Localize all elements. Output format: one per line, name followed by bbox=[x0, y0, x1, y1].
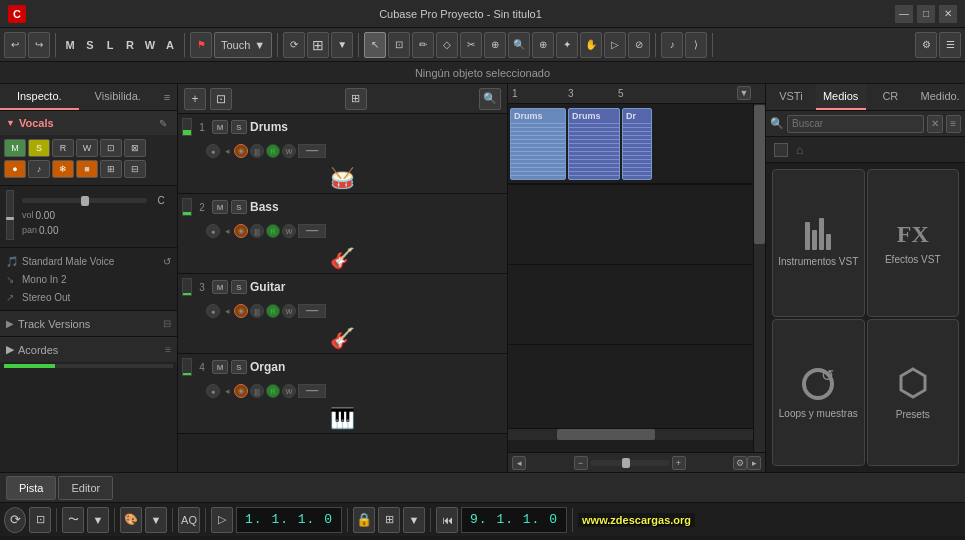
track-organ-power[interactable]: ● bbox=[206, 384, 220, 398]
mode-s-label[interactable]: S bbox=[81, 32, 99, 58]
transport-mode-button[interactable]: ⊡ bbox=[29, 507, 51, 533]
split-tool-button[interactable]: ✂ bbox=[460, 32, 482, 58]
track-bass-read[interactable]: R bbox=[266, 224, 280, 238]
track-drums-write[interactable]: W bbox=[282, 144, 296, 158]
inspector-record-btn[interactable]: ● bbox=[4, 160, 26, 178]
transport-waveform-dropdown[interactable]: ▼ bbox=[87, 507, 109, 533]
glue-tool-button[interactable]: ⊕ bbox=[484, 32, 506, 58]
right-grid-vst-instruments[interactable]: Instrumentos VST bbox=[772, 169, 865, 317]
right-grid-presets[interactable]: Presets bbox=[867, 319, 960, 467]
timeline-tool-button[interactable]: ⊘ bbox=[628, 32, 650, 58]
right-tab-cr[interactable]: CR bbox=[866, 84, 916, 110]
mode-a-label[interactable]: A bbox=[161, 32, 179, 58]
inspector-output-row[interactable]: ↗ Stereo Out bbox=[6, 288, 171, 306]
acordes-section[interactable]: ▶ Acordes ≡ bbox=[0, 336, 177, 362]
arrange-clip-drums-1[interactable]: Drums bbox=[510, 108, 566, 180]
arrange-scrollbar-vertical[interactable] bbox=[753, 104, 765, 452]
audio-button[interactable]: ♪ bbox=[661, 32, 683, 58]
track-drums-mute[interactable]: M bbox=[212, 120, 228, 134]
minimize-button[interactable]: — bbox=[895, 5, 913, 23]
inspector-write-btn[interactable]: W bbox=[76, 139, 98, 157]
range-tool-button[interactable]: ⊡ bbox=[388, 32, 410, 58]
track-organ-record[interactable]: ◉ bbox=[234, 384, 248, 398]
mode-w-label[interactable]: W bbox=[141, 32, 159, 58]
track-guitar-record[interactable]: ◉ bbox=[234, 304, 248, 318]
track-bass-nav-left[interactable]: ◂ bbox=[222, 224, 232, 238]
inspector-listen-btn[interactable]: R bbox=[52, 139, 74, 157]
track-guitar-power[interactable]: ● bbox=[206, 304, 220, 318]
track-guitar-mute[interactable]: M bbox=[212, 280, 228, 294]
track-organ-write[interactable]: W bbox=[282, 384, 296, 398]
transport-cursor-button[interactable]: ▷ bbox=[211, 507, 233, 533]
transport-color-button[interactable]: 🎨 bbox=[120, 507, 142, 533]
inspector-monitor-btn[interactable]: ♪ bbox=[28, 160, 50, 178]
track-bass-solo[interactable]: S bbox=[231, 200, 247, 214]
inspector-color-btn[interactable]: ■ bbox=[76, 160, 98, 178]
right-grid-vst-effects[interactable]: FX Efectos VST bbox=[867, 169, 960, 317]
track-drums-record[interactable]: ◉ bbox=[234, 144, 248, 158]
track-drums-nav-left[interactable]: ◂ bbox=[222, 144, 232, 158]
track-guitar-long-ctrl[interactable]: ━━━ bbox=[298, 304, 326, 318]
grid-dropdown-button[interactable]: ▼ bbox=[331, 32, 353, 58]
play-cursor-button[interactable]: ▷ bbox=[604, 32, 626, 58]
arrange-scroll-left[interactable]: ◂ bbox=[512, 456, 526, 470]
inspector-track-edit[interactable]: ✎ bbox=[155, 115, 171, 131]
arrange-content[interactable]: Drums Drums Dr bbox=[508, 104, 765, 452]
track-organ-long-ctrl[interactable]: ━━━ bbox=[298, 384, 326, 398]
track-bass-write[interactable]: W bbox=[282, 224, 296, 238]
track-drums-solo[interactable]: S bbox=[231, 120, 247, 134]
volume-fader[interactable] bbox=[6, 190, 14, 240]
add-track-button[interactable]: + bbox=[184, 88, 206, 110]
transport-tempo-button[interactable]: ▼ bbox=[403, 507, 425, 533]
undo-button[interactable]: ↩ bbox=[4, 32, 26, 58]
track-guitar-read[interactable]: R bbox=[266, 304, 280, 318]
track-bass-mute[interactable]: M bbox=[212, 200, 228, 214]
maximize-button[interactable]: □ bbox=[917, 5, 935, 23]
track-guitar-bars[interactable]: ||| bbox=[250, 304, 264, 318]
sync-button[interactable]: ⟳ bbox=[283, 32, 305, 58]
track-guitar-nav-left[interactable]: ◂ bbox=[222, 304, 232, 318]
settings-button[interactable]: ⚙ bbox=[915, 32, 937, 58]
arrange-clip-drums-2[interactable]: Drums bbox=[568, 108, 620, 180]
right-tab-vsti[interactable]: VSTi bbox=[766, 84, 816, 110]
track-drums-bars[interactable]: ||| bbox=[250, 144, 264, 158]
track-organ-bars[interactable]: ||| bbox=[250, 384, 264, 398]
track-bass-bars[interactable]: ||| bbox=[250, 224, 264, 238]
transport-waveform-button[interactable]: 〜 bbox=[62, 507, 84, 533]
transport-rewind-button[interactable]: ⏮ bbox=[436, 507, 458, 533]
inspector-instrument-row[interactable]: 🎵 Standard Male Voice ↺ bbox=[6, 252, 171, 270]
track-folder-button[interactable]: ⊡ bbox=[210, 88, 232, 110]
right-search-input[interactable] bbox=[787, 115, 924, 133]
track-guitar-write[interactable]: W bbox=[282, 304, 296, 318]
right-tab-medios[interactable]: Medios bbox=[816, 84, 866, 110]
inspector-loop-btn[interactable]: ⊡ bbox=[100, 139, 122, 157]
bottom-tab-pista[interactable]: Pista bbox=[6, 476, 56, 500]
automation-mode-dropdown[interactable]: Touch ▼ bbox=[214, 32, 272, 58]
track-drums-long-ctrl[interactable]: ━━━ bbox=[298, 144, 326, 158]
erase-tool-button[interactable]: ◇ bbox=[436, 32, 458, 58]
pan-slider[interactable] bbox=[22, 198, 147, 203]
track-bass-power[interactable]: ● bbox=[206, 224, 220, 238]
track-versions-section[interactable]: ▶ Track Versions ⊟ bbox=[0, 310, 177, 336]
track-organ-mute[interactable]: M bbox=[212, 360, 228, 374]
arrange-settings[interactable]: ⚙ bbox=[733, 456, 747, 470]
track-list-search-button[interactable]: 🔍 bbox=[479, 88, 501, 110]
hand-tool-button[interactable]: ✋ bbox=[580, 32, 602, 58]
inspector-track-header[interactable]: ▼ Vocals ✎ bbox=[0, 111, 177, 135]
mode-r-label[interactable]: R bbox=[121, 32, 139, 58]
transport-punch-button[interactable]: ⊞ bbox=[378, 507, 400, 533]
record-mode-button[interactable]: ⚑ bbox=[190, 32, 212, 58]
zoom-in-button[interactable]: ⊕ bbox=[532, 32, 554, 58]
mode-l-label[interactable]: L bbox=[101, 32, 119, 58]
zoom-out-button[interactable]: 🔍 bbox=[508, 32, 530, 58]
inspector-freeze-btn[interactable]: ❄ bbox=[52, 160, 74, 178]
mode-m-label[interactable]: M bbox=[61, 32, 79, 58]
track-bass-record[interactable]: ◉ bbox=[234, 224, 248, 238]
arrange-scrollbar-horizontal[interactable] bbox=[508, 428, 753, 440]
midi-button[interactable]: ⟩ bbox=[685, 32, 707, 58]
select-tool-button[interactable]: ↖ bbox=[364, 32, 386, 58]
draw-tool-button[interactable]: ✏ bbox=[412, 32, 434, 58]
setup-button[interactable]: ☰ bbox=[939, 32, 961, 58]
arrange-zoom-slider[interactable] bbox=[590, 460, 670, 466]
inspector-mute-btn[interactable]: M bbox=[4, 139, 26, 157]
